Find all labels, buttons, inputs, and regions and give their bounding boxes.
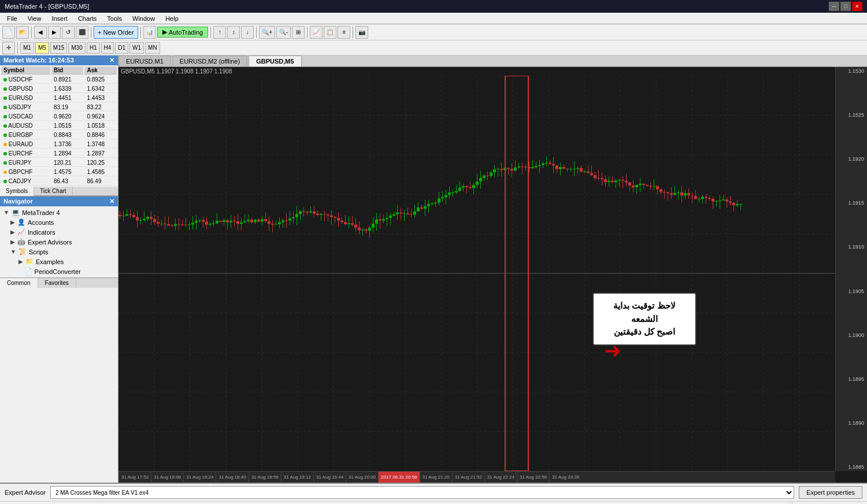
crosshair-btn[interactable]: ✛ <box>2 42 15 54</box>
stop-button[interactable]: ⬛ <box>76 26 88 39</box>
symbol-dot <box>3 161 7 165</box>
chart-type1[interactable]: 📊 <box>143 26 156 39</box>
expand-icon: ▼ <box>3 209 9 216</box>
minimize-button[interactable]: ─ <box>829 2 839 11</box>
mw-tab-symbols[interactable]: Symbols <box>0 187 34 196</box>
market-watch-row[interactable]: EURGBP 0.8843 0.8846 <box>1 131 117 139</box>
chart-main[interactable]: GBPUSD,M5 1.1907 1.1908 1.1907 1.1908 لا… <box>118 67 867 483</box>
tf-mn[interactable]: MN <box>145 42 160 54</box>
expert-advisor-dropdown[interactable]: 2 MA Crosses Mega filter EA V1.ex4 <box>50 486 794 499</box>
period-converter-icon: 📄 <box>24 268 32 275</box>
nav-period-converter[interactable]: 📄 PeriodConverter <box>0 266 118 276</box>
tf-h1[interactable]: H1 <box>87 42 100 54</box>
tf-d1[interactable]: D1 <box>115 42 128 54</box>
chart-btn2[interactable]: ↕ <box>227 26 240 39</box>
chart-tab-eurusd-m1[interactable]: EURUSD,M1 <box>118 55 171 66</box>
nav-scripts[interactable]: ▼ 📜 Scripts <box>0 247 118 257</box>
nav-metatrader4[interactable]: ▼ 💻 MetaTrader 4 <box>0 207 118 217</box>
fit-screen[interactable]: ⊞ <box>292 26 305 39</box>
nav-tab-favorites[interactable]: Favorites <box>38 278 76 288</box>
time-8: 31 Aug 20:00 <box>346 472 378 483</box>
symbol-cell: GBPCHF <box>1 168 50 176</box>
market-watch-row[interactable]: EURUSD 1.4451 1.4453 <box>1 94 117 102</box>
chart-btn3[interactable]: ↓ <box>241 26 254 39</box>
market-watch-row[interactable]: USDJPY 83.19 83.22 <box>1 103 117 112</box>
nav-accounts[interactable]: ▶ 👤 Accounts <box>0 217 118 227</box>
nav-expert-advisors[interactable]: ▶ 🤖 Expert Advisors <box>0 237 118 247</box>
menu-charts[interactable]: Charts <box>73 14 101 23</box>
tf-h4[interactable]: H4 <box>101 42 114 54</box>
market-watch-row[interactable]: USDCAD 0.9620 0.9624 <box>1 113 117 121</box>
maximize-button[interactable]: □ <box>840 2 851 11</box>
tf-m5[interactable]: M5 <box>35 42 49 54</box>
period-sep-btn[interactable]: ≡ <box>338 26 350 39</box>
chart-tab-eurusd-m2[interactable]: EURUSD,M2 (offline) <box>172 55 247 66</box>
tf-w1[interactable]: W1 <box>129 42 144 54</box>
market-watch-row[interactable]: GBPUSD 1.6339 1.6342 <box>1 85 117 93</box>
refresh-button[interactable]: ↺ <box>62 26 75 39</box>
zoom-in[interactable]: 🔍+ <box>259 26 275 39</box>
annotation-line2: اصبح كل دقيقتين <box>602 325 687 339</box>
nav-indicators-label: Indicators <box>28 229 55 236</box>
indicators-expand-icon: ▶ <box>10 229 15 235</box>
market-watch-row[interactable]: EURCHF 1.2894 1.2897 <box>1 150 117 158</box>
back-button[interactable]: ◀ <box>34 26 47 39</box>
nav-ea-label: Expert Advisors <box>28 239 72 246</box>
forward-button[interactable]: ▶ <box>48 26 61 39</box>
template-btn[interactable]: 📋 <box>324 26 336 39</box>
menu-help[interactable]: Help <box>161 14 183 23</box>
nav-close[interactable]: ✕ <box>109 198 114 205</box>
col-symbol: Symbol <box>1 66 50 75</box>
tf-m15[interactable]: M15 <box>50 42 67 54</box>
time-13: 31 Aug 23:28 <box>549 472 581 483</box>
market-watch-close[interactable]: ✕ <box>109 57 114 64</box>
market-watch-row[interactable]: GBPCHF 1.4575 1.4585 <box>1 168 117 176</box>
market-watch-row[interactable]: AUDUSD 1.0515 1.0518 <box>1 122 117 130</box>
menu-view[interactable]: View <box>23 14 46 23</box>
menu-window[interactable]: Window <box>128 14 160 23</box>
title-bar: MetaTrader 4 - [GBPUSD,M5] ─ □ ✕ <box>0 0 867 13</box>
market-watch-row[interactable]: CADJPY 86.43 86.49 <box>1 177 117 186</box>
zoom-out[interactable]: 🔍- <box>276 26 291 39</box>
examples-expand-icon: ▶ <box>18 258 23 265</box>
bid-cell: 1.4451 <box>51 94 84 102</box>
nav-indicators[interactable]: ▶ 📈 Indicators <box>0 227 118 237</box>
chart-btn1[interactable]: ↑ <box>213 26 226 39</box>
market-watch-row[interactable]: EURJPY 120.21 120.25 <box>1 159 117 167</box>
new-button[interactable]: 📄 <box>2 26 15 39</box>
chart-tab-gbpusd-m5[interactable]: GBPUSD,M5 <box>249 55 301 66</box>
market-watch-row[interactable]: USDCHF 0.8921 0.8925 <box>1 76 117 84</box>
menu-tools[interactable]: Tools <box>102 14 127 23</box>
annotation-line1: لاحظ توقيت بداية الشمعه <box>602 299 687 325</box>
sep7 <box>353 27 353 38</box>
ask-cell: 0.8925 <box>84 76 117 84</box>
symbol-dot <box>3 180 7 183</box>
price-4: 1.1915 <box>837 200 866 206</box>
new-order-button[interactable]: + New Order <box>94 26 138 39</box>
indicator-btn[interactable]: 📈 <box>310 26 323 39</box>
time-scale: 31 Aug 17:52 31 Aug 18:08 31 Aug 18:24 3… <box>118 471 835 483</box>
autotrading-button[interactable]: ▶ AutoTrading <box>157 27 209 38</box>
price-3: 1.1920 <box>837 156 866 162</box>
tf-m1[interactable]: M1 <box>20 42 34 54</box>
st-form-area: Symbol: GBPUSD, Great Britain Pound vs U… <box>0 502 792 504</box>
expert-properties-button[interactable]: Expert properties <box>799 486 862 499</box>
screenshot-btn[interactable]: 📷 <box>355 26 368 39</box>
close-button[interactable]: ✕ <box>852 2 862 11</box>
symbol-cell: USDJPY <box>1 103 50 112</box>
nav-tab-common[interactable]: Common <box>0 278 38 288</box>
mw-tab-tick-chart[interactable]: Tick Chart <box>34 187 72 195</box>
nav-examples[interactable]: ▶ 📁 Examples <box>0 257 118 266</box>
ask-cell: 0.8846 <box>84 131 117 139</box>
menu-file[interactable]: File <box>2 14 22 23</box>
main-layout: Market Watch: 16:24:53 ✕ Symbol Bid Ask … <box>0 55 867 483</box>
market-watch-row[interactable]: EURAUD 1.3736 1.3748 <box>1 140 117 149</box>
sep2 <box>91 27 91 38</box>
open-button[interactable]: 📂 <box>16 26 29 39</box>
ask-cell: 83.22 <box>84 103 117 112</box>
symbol-cell: EURCHF <box>1 150 50 158</box>
menu-insert[interactable]: Insert <box>47 14 72 23</box>
tf-m30[interactable]: M30 <box>68 42 85 54</box>
st-button-area: Symbol properties Open chart Modify expe… <box>792 502 867 504</box>
bid-cell: 0.8843 <box>51 131 84 139</box>
